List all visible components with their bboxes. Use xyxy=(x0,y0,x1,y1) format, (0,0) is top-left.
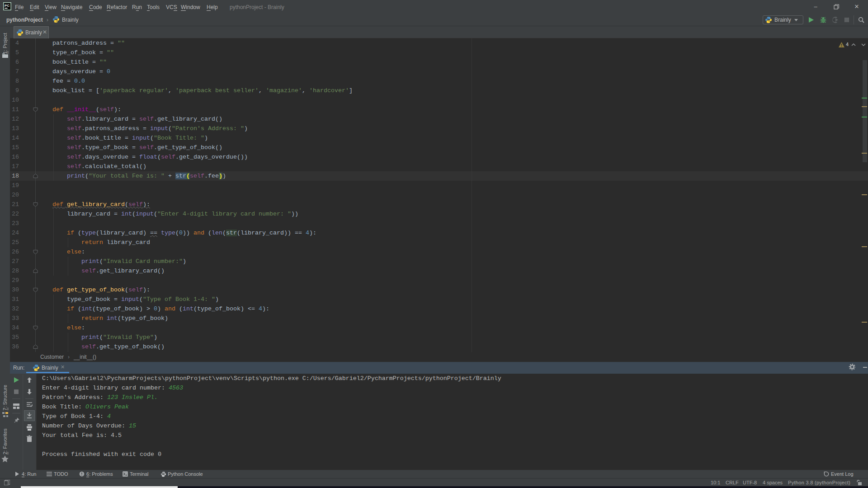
svg-text:PC: PC xyxy=(5,4,9,8)
